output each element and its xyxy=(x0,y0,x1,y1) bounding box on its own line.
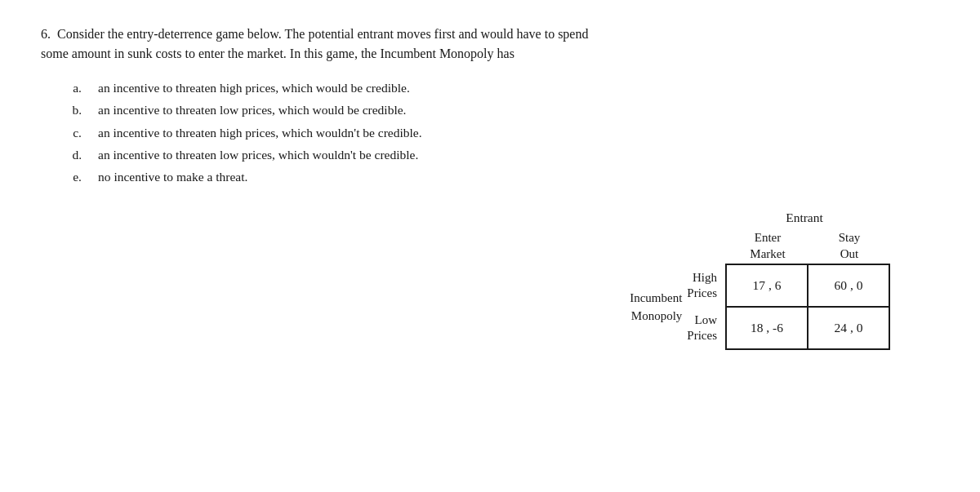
list-item: c. an incentive to threaten high prices,… xyxy=(65,123,939,142)
row-player-label1: Incumbent xyxy=(630,289,682,308)
question-block: 6. Consider the entry-deterrence game be… xyxy=(41,24,939,350)
matrix-row-2: 18 , -6 24 , 0 xyxy=(726,307,889,349)
row-player-label2: Monopoly xyxy=(630,307,682,326)
payoff-matrix: 17 , 6 60 , 0 18 , -6 24 , 0 xyxy=(725,264,890,350)
matrix-area: Incumbent Monopoly HighPrices LowPrices xyxy=(630,264,890,350)
option-letter-d: d. xyxy=(65,145,82,164)
option-letter-e: e. xyxy=(65,167,82,186)
option-letter-b: b. xyxy=(65,100,82,119)
list-item: b. an incentive to threaten low prices, … xyxy=(65,100,939,119)
list-item: e. no incentive to make a threat. xyxy=(65,167,939,186)
entrant-label: Entrant xyxy=(786,211,823,224)
col-header-stay: StayOut xyxy=(808,230,890,262)
option-letter-c: c. xyxy=(65,123,82,142)
cell-low-stay: 24 , 0 xyxy=(808,307,889,349)
game-table-wrapper: Entrant EnterMarket StayOut Incumbent Mo… xyxy=(612,211,890,350)
option-text-a: an incentive to threaten high prices, wh… xyxy=(98,78,410,97)
list-item: a. an incentive to threaten high prices,… xyxy=(65,78,939,97)
option-text-c: an incentive to threaten high prices, wh… xyxy=(98,123,422,142)
question-text: 6. Consider the entry-deterrence game be… xyxy=(41,24,939,64)
option-text-b: an incentive to threaten low prices, whi… xyxy=(98,100,406,119)
game-container: Entrant EnterMarket StayOut Incumbent Mo… xyxy=(41,211,939,350)
cell-high-stay: 60 , 0 xyxy=(808,264,889,307)
option-text-e: no incentive to make a threat. xyxy=(98,167,247,186)
matrix-row-1: 17 , 6 60 , 0 xyxy=(726,264,889,307)
col-header-enter: EnterMarket xyxy=(727,230,808,262)
options-list: a. an incentive to threaten high prices,… xyxy=(65,78,939,186)
list-item: d. an incentive to threaten low prices, … xyxy=(65,145,939,164)
option-text-d: an incentive to threaten low prices, whi… xyxy=(98,145,418,164)
option-letter-a: a. xyxy=(65,78,82,97)
cell-high-enter: 17 , 6 xyxy=(726,264,808,307)
cell-low-enter: 18 , -6 xyxy=(726,307,808,349)
